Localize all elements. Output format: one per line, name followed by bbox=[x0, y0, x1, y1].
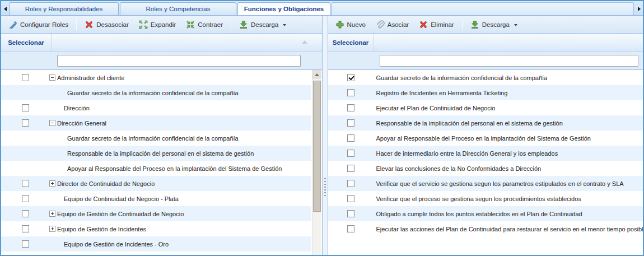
table-row[interactable]: Guardar secreto de la información confid… bbox=[1, 131, 311, 146]
row-label: Dirección bbox=[64, 105, 90, 111]
checkbox-unchecked[interactable] bbox=[22, 74, 29, 81]
table-row[interactable]: Administrador del cliente bbox=[1, 70, 311, 85]
toolbar-button-label: Eliminar bbox=[431, 21, 454, 28]
toolbar-button-nuevo[interactable]: Nuevo bbox=[330, 18, 371, 31]
panel-splitter[interactable] bbox=[323, 16, 328, 255]
row-select-cell bbox=[1, 240, 49, 248]
checkbox-unchecked[interactable] bbox=[347, 119, 354, 127]
row-select-cell bbox=[1, 210, 49, 217]
row-content-cell: Dirección bbox=[49, 105, 311, 111]
checkbox-unchecked[interactable] bbox=[22, 119, 29, 127]
table-row[interactable]: Hacer de intermediario entre la Direcció… bbox=[328, 146, 643, 161]
right-column-header-seleccionar[interactable]: Seleccionar bbox=[328, 34, 374, 51]
row-select-cell bbox=[328, 180, 374, 187]
row-content-cell: Registro de Incidentes en Herramienta Ti… bbox=[374, 90, 643, 96]
table-row[interactable]: Responsable de la implicación del person… bbox=[328, 115, 643, 131]
checkbox-unchecked[interactable] bbox=[22, 210, 29, 217]
checkbox-unchecked[interactable] bbox=[22, 104, 29, 111]
checkbox-unchecked[interactable] bbox=[22, 195, 29, 202]
row-content-cell: Responsable de la implicación del person… bbox=[49, 150, 311, 157]
checkbox-unchecked[interactable] bbox=[347, 225, 354, 232]
tree-expand-icon[interactable] bbox=[49, 180, 55, 187]
table-row[interactable]: Equipo de Gestión de Incidentes bbox=[1, 221, 311, 236]
table-row[interactable]: Apoyar al Responsable del Proceso en la … bbox=[1, 161, 311, 176]
row-select-cell bbox=[328, 119, 374, 127]
table-row[interactable]: Elevar las conclusiones de la No Conform… bbox=[328, 161, 643, 176]
toolbar-button-configurar-roles[interactable]: Configurar Roles bbox=[3, 18, 73, 31]
row-label: Ejecutar las acciones del Plan de Contin… bbox=[376, 226, 643, 232]
toolbar-button-contraer[interactable]: Contraer bbox=[181, 18, 228, 31]
table-row[interactable]: Equipo de Continuidad de Negocio - Plata bbox=[1, 191, 311, 206]
row-label: Equipo de Gestión de Incidentes bbox=[57, 226, 146, 232]
tab-scroll-left-button[interactable] bbox=[1, 2, 9, 15]
checkbox-unchecked[interactable] bbox=[347, 150, 354, 157]
table-row[interactable]: Obligado a cumplir todos los puntos esta… bbox=[328, 206, 643, 221]
checkbox-unchecked[interactable] bbox=[347, 210, 354, 217]
table-row[interactable]: Responsable de la implicación del person… bbox=[1, 146, 311, 161]
row-label: Apoyar al Responsable del Proceso en la … bbox=[376, 135, 591, 142]
table-row[interactable]: Dirección General bbox=[1, 115, 311, 131]
row-content-cell: Responsable de la implicación del person… bbox=[374, 120, 643, 127]
row-label: Ejecutar el Plan de Continuidad de Negoc… bbox=[376, 105, 496, 111]
row-content-cell: Equipo de Gestión de Incidentes - Oro bbox=[49, 241, 311, 248]
checkbox-unchecked[interactable] bbox=[22, 180, 29, 187]
table-row[interactable]: Verificar que el servicio se gestiona se… bbox=[328, 176, 643, 191]
row-select-cell bbox=[328, 195, 374, 202]
checkbox-unchecked[interactable] bbox=[347, 180, 354, 187]
table-row[interactable]: Equipo de Gestión de Continuidad de Nego… bbox=[1, 206, 311, 221]
toolbar-button-descarga[interactable]: Descarga bbox=[465, 18, 522, 31]
table-row[interactable]: Dirección bbox=[1, 100, 311, 115]
scrollbar-thumb[interactable] bbox=[313, 81, 321, 212]
row-label: Verificar que el servicio se gestiona se… bbox=[376, 180, 624, 187]
app-window: Roles y ResponsabilidadesRoles y Compete… bbox=[0, 0, 644, 256]
checkbox-unchecked[interactable] bbox=[347, 195, 354, 202]
tab-roles-y-responsabilidades[interactable]: Roles y Responsabilidades bbox=[9, 2, 119, 15]
tree-expand-icon[interactable] bbox=[49, 211, 55, 217]
expand-icon bbox=[139, 20, 148, 29]
roles-funciones-panel: Configurar RolesDesasociarExpandirContra… bbox=[1, 16, 323, 255]
tab-roles-y-competencias[interactable]: Roles y Competencias bbox=[120, 2, 236, 15]
row-select-cell bbox=[328, 89, 374, 96]
toolbar-button-desasociar[interactable]: Desasociar bbox=[80, 18, 134, 31]
checkbox-unchecked[interactable] bbox=[347, 165, 354, 172]
checkbox-unchecked[interactable] bbox=[347, 134, 354, 142]
table-row[interactable]: Equipo de Gestión de Incidentes - Oro bbox=[1, 236, 311, 252]
tree-collapse-icon[interactable] bbox=[49, 75, 55, 81]
toolbar-button-asociar[interactable]: Asociar bbox=[371, 18, 414, 31]
table-row[interactable]: Director de Continuidad de Negocio bbox=[1, 176, 311, 191]
row-select-cell bbox=[1, 104, 49, 111]
row-select-cell bbox=[1, 195, 49, 202]
tree-expand-icon[interactable] bbox=[49, 226, 55, 232]
checkbox-unchecked[interactable] bbox=[347, 104, 354, 111]
toolbar-button-expandir[interactable]: Expandir bbox=[134, 18, 181, 31]
left-grid-body: Administrador del clienteGuardar secreto… bbox=[1, 70, 322, 255]
tab-funciones-y-obligaciones[interactable]: Funciones y Obligaciones bbox=[237, 2, 330, 15]
row-select-cell bbox=[328, 165, 374, 172]
scroll-up-button[interactable] bbox=[312, 70, 321, 79]
row-content-cell: Obligado a cumplir todos los puntos esta… bbox=[374, 211, 643, 217]
checkbox-unchecked[interactable] bbox=[22, 225, 29, 232]
row-label: Guardar secreto de la información confid… bbox=[67, 135, 239, 142]
toolbar-button-descarga[interactable]: Descarga bbox=[234, 18, 291, 31]
row-label: Director de Continuidad de Negocio bbox=[57, 180, 155, 187]
row-label: Responsable de la implicación del person… bbox=[67, 150, 254, 157]
left-column-header-seleccionar[interactable]: Seleccionar bbox=[1, 34, 52, 51]
table-row[interactable]: Guardar secreto de la información confid… bbox=[328, 70, 643, 85]
toolbar-button-eliminar[interactable]: Eliminar bbox=[414, 18, 459, 31]
table-row[interactable]: Apoyar al Responsable del Proceso en la … bbox=[328, 131, 643, 146]
table-row[interactable]: Ejecutar las acciones del Plan de Contin… bbox=[328, 221, 643, 236]
table-row[interactable]: Verificar que el proceso se gestiona seg… bbox=[328, 191, 643, 206]
table-row[interactable]: Guardar secreto de la información confid… bbox=[1, 85, 311, 100]
checkbox-unchecked[interactable] bbox=[347, 89, 354, 96]
split-container: Configurar RolesDesasociarExpandirContra… bbox=[1, 16, 643, 255]
row-content-cell: Equipo de Gestión de Continuidad de Nego… bbox=[49, 211, 311, 217]
left-vertical-scrollbar[interactable] bbox=[312, 70, 321, 255]
table-row[interactable]: Registro de Incidentes en Herramienta Ti… bbox=[328, 85, 643, 100]
row-content-cell: Verificar que el servicio se gestiona se… bbox=[374, 180, 643, 187]
table-row[interactable]: Ejecutar el Plan de Continuidad de Negoc… bbox=[328, 100, 643, 115]
row-content-cell: Verificar que el proceso se gestiona seg… bbox=[374, 196, 643, 202]
checkbox-checked[interactable] bbox=[347, 74, 354, 81]
tab-scroll-right-button[interactable] bbox=[635, 2, 643, 15]
checkbox-unchecked[interactable] bbox=[22, 240, 29, 248]
tree-collapse-icon[interactable] bbox=[49, 120, 55, 126]
